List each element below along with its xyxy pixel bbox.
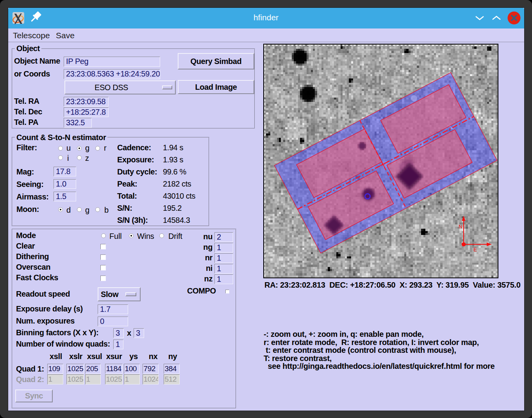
svg-text:N: N (459, 224, 462, 229)
svg-text:E: E (473, 247, 477, 253)
